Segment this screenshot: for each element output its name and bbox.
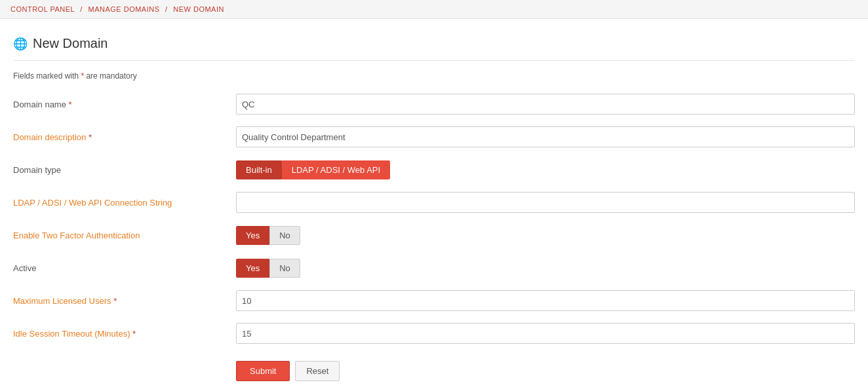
two-factor-label: Enable Two Factor Authentication [13,231,236,240]
two-factor-no-button[interactable]: No [269,226,300,245]
domain-type-row: Domain type Built-in LDAP / ADSI / Web A… [13,158,855,181]
domain-type-builtin-button[interactable]: Built-in [236,160,282,179]
domain-description-row: Domain description * [13,125,855,149]
domain-description-input[interactable] [236,126,855,147]
two-factor-toggle-group: Yes No [236,226,300,245]
breadcrumb-item-1[interactable]: CONTROL PANEL [10,5,75,13]
domain-type-label: Domain type [13,165,236,175]
domain-type-ldap-button[interactable]: LDAP / ADSI / Web API [282,160,390,179]
idle-timeout-input[interactable] [236,323,855,344]
form-actions: Submit Reset [13,361,855,381]
active-row: Active Yes No [13,256,855,280]
two-factor-row: Enable Two Factor Authentication Yes No [13,223,855,247]
ldap-connection-input[interactable] [236,192,855,213]
page-title: New Domain [33,36,108,51]
domain-name-input[interactable] [236,94,855,115]
reset-button[interactable]: Reset [295,361,340,381]
ldap-connection-row: LDAP / ADSI / Web API Connection String [13,191,855,214]
breadcrumb-item-2[interactable]: MANAGE DOMAINS [88,5,159,13]
domain-name-row: Domain name * [13,92,855,116]
content-area: 🌐 New Domain Fields marked with * are ma… [0,19,868,391]
breadcrumb-sep-2: / [165,5,168,13]
globe-icon: 🌐 [13,37,28,51]
idle-timeout-row: Idle Session Timeout (Minutes) * [13,322,855,345]
breadcrumb-item-3[interactable]: NEW DOMAIN [173,5,224,13]
active-label: Active [13,263,236,273]
page-header: 🌐 New Domain [13,29,855,61]
max-users-row: Maximum Licensed Users * [13,289,855,312]
breadcrumb: CONTROL PANEL / MANAGE DOMAINS / NEW DOM… [0,0,868,19]
domain-type-toggle-group: Built-in LDAP / ADSI / Web API [236,160,390,179]
breadcrumb-sep-1: / [80,5,83,13]
domain-name-label: Domain name * [13,100,236,109]
active-toggle-group: Yes No [236,259,300,278]
max-users-label: Maximum Licensed Users * [13,296,236,306]
domain-description-label: Domain description * [13,132,236,142]
page-wrapper: CONTROL PANEL / MANAGE DOMAINS / NEW DOM… [0,0,868,391]
max-users-input[interactable] [236,290,855,311]
mandatory-note: Fields marked with * are mandatory [13,71,855,81]
ldap-connection-label: LDAP / ADSI / Web API Connection String [13,198,236,208]
idle-timeout-label: Idle Session Timeout (Minutes) * [13,329,236,339]
active-no-button[interactable]: No [269,259,300,278]
two-factor-yes-button[interactable]: Yes [236,226,269,245]
submit-button[interactable]: Submit [236,361,290,381]
active-yes-button[interactable]: Yes [236,259,269,278]
